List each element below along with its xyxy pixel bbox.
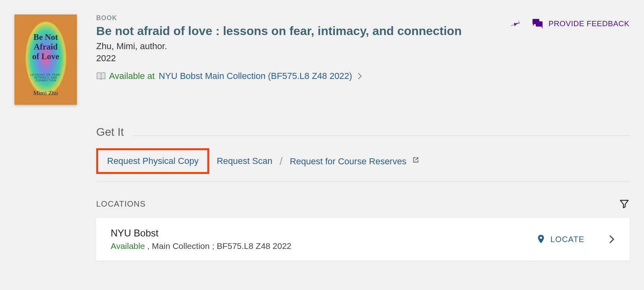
filter-icon[interactable] <box>619 199 630 209</box>
separator: / <box>280 155 283 168</box>
resource-type-label: BOOK <box>96 14 510 22</box>
request-course-reserves-label: Request for Course Reserves <box>290 156 407 166</box>
availability-location-link[interactable]: NYU Bobst Main Collection (BF575.L8 Z48 … <box>159 71 352 81</box>
cover-title: Be Not Afraid of Love <box>14 32 77 61</box>
svg-rect-1 <box>536 21 543 27</box>
locate-button[interactable]: LOCATE <box>537 234 584 244</box>
pin-icon[interactable] <box>510 18 520 30</box>
get-it-heading: Get It <box>96 126 124 139</box>
location-name: NYU Bobst <box>111 228 537 239</box>
chevron-right-icon[interactable] <box>609 235 615 244</box>
svg-point-2 <box>540 237 543 239</box>
locate-label: LOCATE <box>550 235 584 244</box>
external-link-icon <box>411 155 420 164</box>
provide-feedback-button[interactable]: PROVIDE FEEDBACK <box>532 18 630 29</box>
availability-status: Available at <box>109 71 155 81</box>
section-divider <box>133 135 630 136</box>
cover-subtitle: LESSONS ON FEAR, INTIMACY, AND CONNECTIO… <box>14 73 77 82</box>
request-course-reserves-link[interactable]: Request for Course Reserves <box>290 155 420 167</box>
feedback-icon <box>532 18 544 29</box>
resource-author: Zhu, Mimi, author. <box>96 41 510 52</box>
book-cover: Be Not Afraid of Love LESSONS ON FEAR, I… <box>14 14 77 105</box>
resource-title: Be not afraid of love : lessons on fear,… <box>96 24 510 38</box>
location-card[interactable]: NYU Bobst Available , Main Collection ; … <box>96 218 630 261</box>
map-pin-icon <box>537 234 545 244</box>
request-physical-copy-button[interactable]: Request Physical Copy <box>96 148 209 174</box>
location-detail: , Main Collection ; BF575.L8 Z48 2022 <box>145 241 291 251</box>
locations-heading: LOCATIONS <box>96 199 146 209</box>
chevron-right-icon[interactable] <box>357 72 363 80</box>
book-icon <box>96 72 106 81</box>
location-status: Available <box>111 241 145 251</box>
cover-author: Mimi Zhu <box>14 90 77 97</box>
request-scan-link[interactable]: Request Scan <box>217 156 272 166</box>
resource-year: 2022 <box>96 53 510 64</box>
provide-feedback-label: PROVIDE FEEDBACK <box>549 19 630 28</box>
